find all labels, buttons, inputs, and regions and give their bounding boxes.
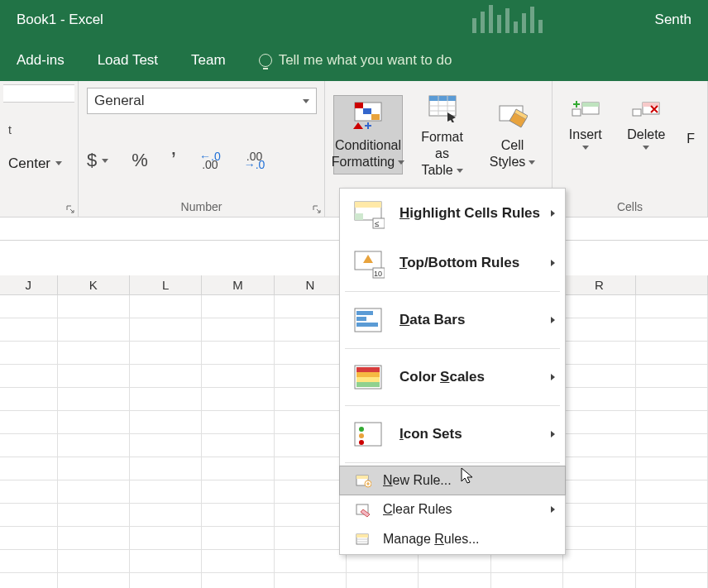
col-header[interactable]: R <box>563 275 635 294</box>
cell[interactable] <box>275 295 347 318</box>
cell[interactable] <box>636 318 708 342</box>
cell[interactable] <box>636 480 708 504</box>
menu-top-bottom-rules[interactable]: 10 Top/Bottom Rules <box>340 238 565 288</box>
cell[interactable] <box>0 295 58 318</box>
cell[interactable] <box>130 365 202 388</box>
cell[interactable] <box>636 573 708 588</box>
cell[interactable] <box>275 411 347 434</box>
cell[interactable] <box>202 550 274 573</box>
col-header[interactable]: J <box>0 275 58 294</box>
cell[interactable] <box>275 388 347 411</box>
cell[interactable] <box>636 365 708 388</box>
cell[interactable] <box>563 480 635 504</box>
cell[interactable] <box>202 527 274 550</box>
cell[interactable] <box>0 550 58 573</box>
number-format-combo[interactable]: General <box>87 88 317 114</box>
cell[interactable] <box>636 295 708 318</box>
cell[interactable] <box>58 457 130 480</box>
cell[interactable] <box>275 434 347 457</box>
cell[interactable] <box>58 295 130 318</box>
col-header[interactable]: L <box>130 275 202 294</box>
cell[interactable] <box>636 457 708 480</box>
menu-highlight-cells-rules[interactable]: ≤ Highlight Cells Rules <box>340 189 565 238</box>
cell[interactable] <box>275 318 347 342</box>
tell-me-search[interactable]: Tell me what you want to do <box>259 52 452 69</box>
delete-cells-button[interactable]: Delete <box>622 99 672 150</box>
cell[interactable] <box>58 550 130 573</box>
col-header[interactable]: M <box>202 275 274 294</box>
format-as-table-button[interactable]: Format as Table <box>411 88 473 182</box>
cell[interactable] <box>275 457 347 480</box>
cell-styles-button[interactable]: Cell Styles <box>481 96 543 174</box>
cell[interactable] <box>58 480 130 504</box>
cell[interactable] <box>130 295 202 318</box>
cell[interactable] <box>0 434 58 457</box>
cell[interactable] <box>130 411 202 434</box>
col-header[interactable] <box>636 275 708 294</box>
cell[interactable] <box>563 504 635 527</box>
menu-clear-rules[interactable]: Clear Rules <box>340 495 565 524</box>
percent-button[interactable]: % <box>132 150 148 171</box>
cell[interactable] <box>563 342 635 365</box>
cell[interactable] <box>636 434 708 457</box>
format-cells-button[interactable]: F <box>682 103 699 146</box>
cell[interactable] <box>202 388 274 411</box>
cell[interactable] <box>636 411 708 434</box>
cell[interactable] <box>130 504 202 527</box>
cell[interactable] <box>202 457 274 480</box>
cell[interactable] <box>0 527 58 550</box>
cell[interactable] <box>202 480 274 504</box>
tab-addins[interactable]: Add-ins <box>17 52 65 69</box>
cell[interactable] <box>275 504 347 527</box>
menu-manage-rules[interactable]: Manage Rules... <box>340 524 565 554</box>
currency-button[interactable]: $ <box>87 150 108 171</box>
cell[interactable] <box>202 411 274 434</box>
user-name[interactable]: Senth <box>655 12 691 28</box>
cell[interactable] <box>130 573 202 588</box>
cell[interactable] <box>347 573 419 588</box>
menu-color-scales[interactable]: Color Scales <box>340 352 565 402</box>
cell[interactable] <box>563 318 635 342</box>
cell[interactable] <box>130 318 202 342</box>
col-header[interactable]: N <box>275 275 347 294</box>
cell[interactable] <box>563 573 635 588</box>
cell[interactable] <box>202 365 274 388</box>
cell[interactable] <box>563 527 635 550</box>
cell[interactable] <box>275 527 347 550</box>
cell[interactable] <box>0 388 58 411</box>
cell[interactable] <box>0 365 58 388</box>
cell[interactable] <box>636 388 708 411</box>
cell[interactable] <box>0 318 58 342</box>
cell[interactable] <box>202 342 274 365</box>
cell[interactable] <box>58 527 130 550</box>
col-header[interactable]: K <box>58 275 130 294</box>
conditional-formatting-button[interactable]: Conditional Formatting <box>333 95 403 174</box>
cell[interactable] <box>58 434 130 457</box>
cell[interactable] <box>275 365 347 388</box>
cell[interactable] <box>130 480 202 504</box>
cell[interactable] <box>563 388 635 411</box>
cell[interactable] <box>636 550 708 573</box>
dialog-launcher-icon[interactable] <box>313 205 321 213</box>
decrease-decimal-button[interactable]: .00→.0 <box>244 152 266 169</box>
cell[interactable] <box>58 388 130 411</box>
cell[interactable] <box>130 434 202 457</box>
cell[interactable] <box>58 504 130 527</box>
cell[interactable] <box>58 573 130 588</box>
tab-load-test[interactable]: Load Test <box>98 52 158 69</box>
cell[interactable] <box>275 550 347 573</box>
cell[interactable] <box>0 573 58 588</box>
cell[interactable] <box>0 504 58 527</box>
menu-icon-sets[interactable]: Icon Sets <box>340 409 565 459</box>
cell[interactable] <box>563 365 635 388</box>
cell[interactable] <box>130 388 202 411</box>
cell[interactable] <box>58 365 130 388</box>
cell[interactable] <box>419 573 490 588</box>
cell[interactable] <box>636 527 708 550</box>
cell[interactable] <box>0 342 58 365</box>
cell[interactable] <box>275 573 347 588</box>
cell[interactable] <box>130 527 202 550</box>
cell[interactable] <box>275 480 347 504</box>
cell[interactable] <box>0 411 58 434</box>
cell[interactable] <box>58 411 130 434</box>
